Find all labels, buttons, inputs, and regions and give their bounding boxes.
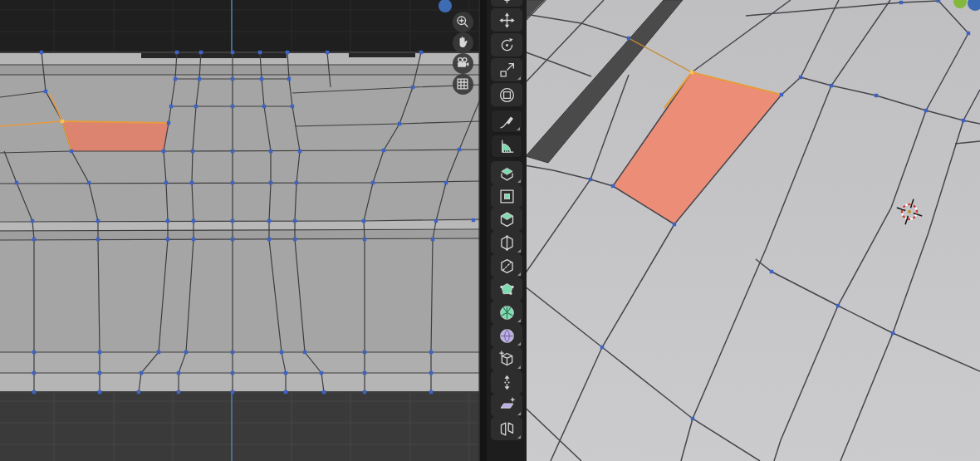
- mesh-vertex[interactable]: [258, 51, 262, 54]
- mesh-vertex[interactable]: [98, 351, 101, 354]
- mesh-vertex[interactable]: [444, 181, 448, 184]
- mesh-vertex[interactable]: [231, 105, 234, 108]
- mesh-vertex[interactable]: [326, 51, 329, 54]
- mesh-vertex[interactable]: [96, 219, 100, 223]
- mesh-vertex[interactable]: [98, 390, 101, 394]
- mesh-vertex[interactable]: [899, 1, 903, 4]
- mesh-vertex[interactable]: [269, 181, 272, 184]
- mesh-vertex[interactable]: [174, 77, 177, 81]
- mesh-vertex[interactable]: [291, 105, 294, 108]
- tool-annotate[interactable]: [491, 110, 522, 133]
- mesh-vertex[interactable]: [967, 32, 970, 35]
- mesh-vertex[interactable]: [162, 150, 165, 153]
- mesh-vertex[interactable]: [287, 77, 291, 81]
- mesh-vertex[interactable]: [44, 90, 47, 93]
- mesh-vertex[interactable]: [398, 122, 401, 125]
- mesh-vertex[interactable]: [962, 119, 965, 122]
- mesh-vertex[interactable]: [262, 105, 266, 108]
- mesh-vertex[interactable]: [198, 77, 201, 81]
- mesh-vertex[interactable]: [231, 238, 234, 241]
- mesh-vertex[interactable]: [363, 390, 366, 394]
- tool-move[interactable]: [491, 8, 522, 32]
- tool-inset-faces[interactable]: [491, 184, 522, 208]
- mesh-vertex[interactable]: [137, 390, 140, 394]
- tool-smooth[interactable]: [491, 324, 522, 347]
- mesh-vertex[interactable]: [322, 390, 326, 394]
- mesh-vertex[interactable]: [192, 219, 195, 223]
- tool-shear[interactable]: [491, 394, 522, 417]
- mesh-vertex[interactable]: [167, 121, 170, 125]
- mesh-vertex[interactable]: [96, 238, 100, 241]
- mesh-vertex[interactable]: [32, 371, 36, 375]
- mesh-vertex[interactable]: [231, 181, 234, 184]
- mesh-vertex[interactable]: [770, 270, 773, 273]
- tool-transform[interactable]: [491, 83, 522, 106]
- mesh-vertex[interactable]: [194, 105, 198, 108]
- mesh-vertex[interactable]: [15, 181, 18, 184]
- tool-shrink-fatten[interactable]: [491, 370, 522, 394]
- mesh-vertex[interactable]: [293, 219, 296, 223]
- mesh-vertex[interactable]: [70, 150, 73, 153]
- mesh-vertex[interactable]: [140, 371, 143, 375]
- tool-knife[interactable]: [491, 254, 522, 277]
- mesh-vertex[interactable]: [411, 86, 414, 89]
- mesh-vertex[interactable]: [293, 238, 296, 241]
- mesh-vertex[interactable]: [627, 37, 630, 40]
- mesh-vertex[interactable]: [691, 417, 694, 420]
- mesh-vertex[interactable]: [434, 219, 438, 223]
- mesh-vertex[interactable]: [177, 371, 180, 375]
- mesh-vertex[interactable]: [157, 351, 160, 354]
- mesh-vertex[interactable]: [175, 51, 179, 54]
- mesh-vertex[interactable]: [269, 150, 272, 153]
- mesh-vertex[interactable]: [190, 181, 194, 184]
- zoom-in-button[interactable]: [453, 12, 473, 32]
- mesh-vertex[interactable]: [673, 223, 676, 226]
- mesh-vertex[interactable]: [320, 371, 323, 375]
- tool-edge-slide[interactable]: [491, 347, 522, 370]
- selected-face[interactable]: [62, 121, 169, 151]
- mesh-vertex[interactable]: [231, 77, 234, 81]
- mesh-vertex[interactable]: [924, 109, 928, 112]
- mesh-vertex[interactable]: [166, 238, 169, 241]
- mesh-vertex[interactable]: [298, 150, 301, 153]
- tool-rip-region[interactable]: [491, 417, 522, 440]
- editor-divider[interactable]: [480, 0, 487, 461]
- mesh-vertex[interactable]: [875, 94, 878, 97]
- mesh-vertex[interactable]: [472, 218, 475, 222]
- mesh-vertex[interactable]: [429, 371, 433, 375]
- mesh-vertex[interactable]: [600, 346, 604, 349]
- mesh-vertex[interactable]: [780, 93, 783, 96]
- mesh-vertex[interactable]: [260, 77, 263, 81]
- mesh-vertex[interactable]: [32, 390, 36, 394]
- mesh-vertex[interactable]: [295, 181, 298, 184]
- tool-spin[interactable]: [491, 301, 522, 324]
- mesh-vertex[interactable]: [31, 219, 34, 223]
- mesh-vertex[interactable]: [184, 351, 188, 354]
- mesh-vertex[interactable]: [363, 351, 366, 354]
- tool-measure[interactable]: [491, 135, 522, 158]
- mesh-vertex[interactable]: [362, 219, 365, 223]
- mesh-vertex[interactable]: [937, 0, 940, 2]
- active-vertex[interactable]: [690, 71, 693, 74]
- mesh-vertex[interactable]: [231, 219, 234, 223]
- mesh-vertex[interactable]: [231, 390, 234, 394]
- mesh-vertex[interactable]: [830, 84, 833, 87]
- mesh-vertex[interactable]: [280, 351, 283, 354]
- mesh-vertex[interactable]: [87, 181, 91, 184]
- active-vertex[interactable]: [61, 120, 64, 123]
- tool-bevel[interactable]: [491, 208, 522, 231]
- mesh-vertex[interactable]: [231, 351, 234, 354]
- mesh-vertex[interactable]: [382, 149, 385, 152]
- mesh-vertex[interactable]: [419, 51, 423, 54]
- mesh-vertex[interactable]: [799, 76, 802, 79]
- mesh-vertex[interactable]: [431, 238, 434, 241]
- tool-loop-cut[interactable]: [491, 231, 522, 254]
- mesh-vertex[interactable]: [231, 150, 234, 153]
- mesh-vertex[interactable]: [169, 105, 173, 108]
- tool-cursor[interactable]: [491, 0, 522, 7]
- mesh-vertex[interactable]: [231, 371, 234, 375]
- tool-extrude-region[interactable]: [491, 161, 522, 184]
- viewport-front-ortho[interactable]: [0, 0, 480, 461]
- mesh-vertex[interactable]: [371, 181, 375, 184]
- tool-scale[interactable]: [491, 58, 522, 81]
